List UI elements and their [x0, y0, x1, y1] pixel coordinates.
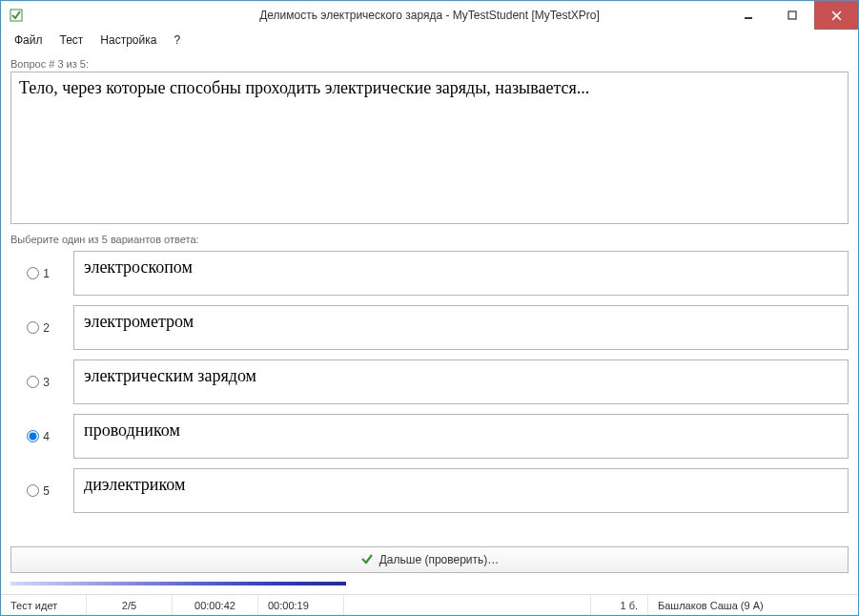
- next-button-label: Дальше (проверить)…: [379, 553, 500, 566]
- menu-help[interactable]: ?: [166, 31, 188, 49]
- answer-number: 2: [43, 321, 50, 335]
- check-icon: [360, 552, 374, 568]
- answer-radio-1[interactable]: 1: [10, 251, 66, 296]
- next-button[interactable]: Дальше (проверить)…: [10, 546, 849, 573]
- status-time-question: 00:00:19: [258, 595, 344, 615]
- radio-input[interactable]: [27, 430, 39, 442]
- window-controls: [726, 1, 858, 30]
- answer-number: 1: [43, 267, 50, 280]
- answer-radio-4[interactable]: 4: [10, 414, 66, 459]
- question-counter: Вопрос # 3 из 5:: [10, 58, 849, 70]
- status-score: 1 б.: [591, 595, 648, 615]
- maximize-button[interactable]: [770, 1, 814, 30]
- answers-list: 1электроскопом2электрометром3электрическ…: [10, 251, 849, 537]
- answer-text[interactable]: проводником: [73, 414, 849, 459]
- answer-row: 4проводником: [10, 414, 849, 459]
- answer-text[interactable]: электроскопом: [73, 251, 849, 296]
- status-user: Башлаков Саша (9 А): [648, 595, 858, 615]
- content-area: Вопрос # 3 из 5: Тело, через которые спо…: [1, 51, 858, 594]
- status-question-progress: 2/5: [87, 595, 173, 615]
- menubar: Файл Тест Настройка ?: [1, 30, 858, 51]
- close-button[interactable]: [814, 1, 858, 30]
- answer-radio-3[interactable]: 3: [10, 359, 66, 404]
- menu-file[interactable]: Файл: [7, 31, 51, 49]
- statusbar: Тест идет 2/5 00:00:42 00:00:19 1 б. Баш…: [1, 594, 858, 615]
- radio-input[interactable]: [27, 376, 39, 388]
- answer-row: 5диэлектриком: [10, 468, 849, 513]
- status-spacer: [344, 595, 591, 615]
- answer-row: 3электрическим зарядом: [10, 359, 849, 404]
- answer-row: 1электроскопом: [10, 251, 849, 296]
- status-state: Тест идет: [1, 595, 87, 615]
- question-text: Тело, через которые способны проходить э…: [10, 72, 849, 224]
- titlebar: Делимость электрического заряда - MyTest…: [1, 1, 858, 30]
- answers-instruction: Выберите один из 5 вариантов ответа:: [10, 234, 849, 245]
- answer-text[interactable]: электрометром: [73, 305, 849, 350]
- menu-settings[interactable]: Настройка: [92, 31, 164, 49]
- minimize-button[interactable]: [726, 1, 770, 30]
- answer-text[interactable]: электрическим зарядом: [73, 359, 849, 404]
- answer-radio-5[interactable]: 5: [10, 468, 66, 513]
- answer-row: 2электрометром: [10, 305, 849, 350]
- status-time-elapsed: 00:00:42: [173, 595, 258, 615]
- progress-fill: [10, 582, 346, 585]
- svg-rect-2: [788, 11, 796, 19]
- answer-text[interactable]: диэлектриком: [73, 468, 849, 513]
- app-window: Делимость электрического заряда - MyTest…: [0, 0, 859, 616]
- radio-input[interactable]: [27, 267, 39, 279]
- radio-input[interactable]: [27, 321, 39, 334]
- answer-number: 4: [43, 430, 50, 443]
- svg-rect-1: [745, 17, 752, 19]
- menu-test[interactable]: Тест: [52, 31, 92, 49]
- answer-number: 3: [43, 376, 50, 389]
- app-icon: [9, 8, 24, 23]
- answer-radio-2[interactable]: 2: [10, 305, 66, 350]
- answer-number: 5: [43, 484, 50, 498]
- radio-input[interactable]: [27, 484, 39, 497]
- progress-bar: [10, 579, 849, 588]
